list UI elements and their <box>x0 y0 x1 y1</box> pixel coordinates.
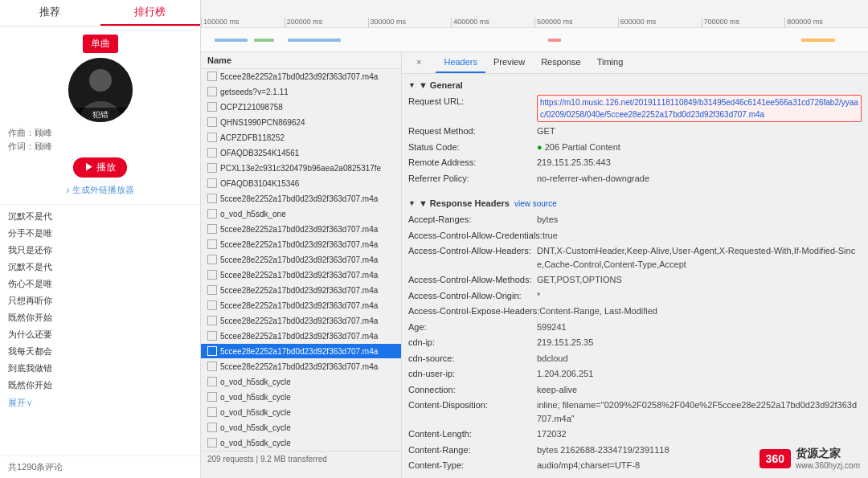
request-url-value[interactable]: https://m10.music.126.net/20191118110849… <box>537 95 862 122</box>
list-item[interactable]: 我只是还你 <box>0 242 200 259</box>
file-item[interactable]: OCPZ121098758 <box>201 100 401 115</box>
resp-header-row: Access-Control-Allow-Credentials: true <box>408 229 862 243</box>
file-item[interactable]: 5ccee28e2252a17bd0d23d92f363d707.m4a <box>201 191 401 206</box>
headers-content: ▼ General Request URL: https://m10.music… <box>402 74 868 478</box>
resp-header-key: Access-Control-Allow-Credentials: <box>408 229 542 243</box>
tab-headers[interactable]: Headers <box>436 52 485 73</box>
file-item[interactable]: QHNS1990PCN869624 <box>201 115 401 130</box>
file-item[interactable]: 5ccee28e2252a17bd0d23d92f363d707.m4a <box>201 237 401 252</box>
file-item[interactable]: o_vod_h5sdk_cycle <box>201 374 401 390</box>
status-row: Status Code: ● 206 Partial Content <box>408 141 862 154</box>
file-item[interactable]: 5ccee28e2252a17bd0d23d92f363d707.m4a <box>201 283 401 298</box>
file-item[interactable]: OFAQDB3254K14561 <box>201 145 401 161</box>
expand-button[interactable]: 展开∨ <box>0 394 200 412</box>
tab-response[interactable]: Response <box>533 52 589 73</box>
close-tab-button[interactable]: × <box>408 52 429 73</box>
list-item[interactable]: 沉默不是代 <box>0 259 200 276</box>
file-checkbox[interactable] <box>207 331 217 341</box>
file-checkbox[interactable] <box>207 377 217 386</box>
file-checkbox[interactable] <box>207 362 217 371</box>
comment-bar: 共1290条评论 <box>0 456 200 478</box>
file-checkbox[interactable] <box>207 102 217 112</box>
file-checkbox[interactable] <box>207 87 217 96</box>
file-checkbox[interactable] <box>207 300 217 310</box>
generate-link[interactable]: ♪ 生成外链播放器 <box>66 184 135 196</box>
file-item[interactable]: o_vod_h5sdk_cycle <box>201 435 401 451</box>
resp-header-key: Connection: <box>408 383 537 397</box>
tick-500k: 500000 ms <box>534 18 618 27</box>
resp-header-key: Access-Control-Allow-Origin: <box>408 289 537 303</box>
file-checkbox[interactable] <box>207 270 217 280</box>
file-item[interactable]: 5ccee28e2252a17bd0d23d92f363d707.m4a <box>201 359 401 374</box>
resp-header-value: 172032 <box>537 427 567 441</box>
file-item[interactable]: 5ccee28e2252a17bd0d23d92f363d707.m4a <box>201 252 401 268</box>
artist-section: 单曲 犯错 作曲：顾峰 作词：顾峰 ▶ 播放 ♪ 生成外链播放器 <box>0 27 200 205</box>
file-checkbox[interactable] <box>207 163 217 173</box>
resp-header-value: * <box>537 289 540 303</box>
file-checkbox[interactable] <box>207 255 217 264</box>
resp-header-row: Access-Control-Allow-Headers: DNT,X-Cust… <box>408 244 862 271</box>
file-item[interactable]: 5ccee28e2252a17bd0d23d92f363d707.m4a <box>201 268 401 283</box>
resp-header-value: bdcloud <box>537 352 568 366</box>
resp-header-key: Accept-Ranges: <box>408 213 537 227</box>
file-checkbox[interactable] <box>207 224 217 234</box>
list-item[interactable]: 分手不是唯 <box>0 225 200 242</box>
view-source-link[interactable]: view source <box>514 199 557 208</box>
resp-header-row: cdn-source: bdcloud <box>408 352 862 366</box>
play-button[interactable]: ▶ 播放 <box>73 157 127 178</box>
file-checkbox[interactable] <box>207 178 217 188</box>
file-checkbox[interactable] <box>207 117 217 127</box>
headers-panel: × Headers Preview Response Timing ▼ Gene… <box>402 52 868 478</box>
resp-header-key: Content-Range: <box>408 443 537 457</box>
file-checkbox[interactable] <box>207 133 217 142</box>
file-item[interactable]: 5ccee28e2252a17bd0d23d92f363d707.m4a <box>201 222 401 237</box>
file-checkbox[interactable] <box>207 209 217 219</box>
logo-text-block: 货源之家 www.360hyzj.com <box>796 447 860 470</box>
list-item[interactable]: 伤心不是唯 <box>0 276 200 292</box>
resp-header-key: Access-Control-Allow-Methods: <box>408 273 537 287</box>
file-item[interactable]: o_vod_h5sdk_cycle <box>201 420 401 435</box>
method-row: Request Method: GET <box>408 125 862 138</box>
list-item[interactable]: 沉默不是代 <box>0 208 200 225</box>
file-item[interactable]: 5ccee28e2252a17bd0d23d92f363d707.m4a <box>201 313 401 329</box>
file-item[interactable]: getseeds?v=2.1.11 <box>201 84 401 100</box>
response-headers-title: ▼ Response Headers <box>408 198 510 208</box>
artist-name-overlay: 犯错 <box>68 108 133 122</box>
file-item[interactable]: 5ccee28e2252a17bd0d23d92f363d707.m4a <box>201 69 401 84</box>
file-item[interactable]: OFAQDB3104K15346 <box>201 176 401 191</box>
resp-header-row: cdn-ip: 219.151.25.35 <box>408 336 862 349</box>
list-item[interactable]: 只想再听你 <box>0 292 200 309</box>
resp-header-row: Access-Control-Expose-Headers: Content-R… <box>408 304 862 318</box>
list-item[interactable]: 我每天都会 <box>0 343 200 360</box>
file-item[interactable]: ACPZDFB118252 <box>201 130 401 145</box>
tab-preview[interactable]: Preview <box>485 52 533 73</box>
song-type-button[interactable]: 单曲 <box>83 35 118 53</box>
file-item[interactable]: 5ccee28e2252a17bd0d23d92f363d707.m4a <box>201 298 401 313</box>
tab-ranking[interactable]: 排行榜 <box>100 0 201 26</box>
file-item[interactable]: o_vod_h5sdk_cycle <box>201 390 401 405</box>
tab-recommend[interactable]: 推荐 <box>0 0 100 26</box>
file-checkbox[interactable] <box>207 285 217 295</box>
file-checkbox[interactable] <box>207 239 217 249</box>
file-checkbox[interactable] <box>207 194 217 203</box>
file-item[interactable]: 5ccee28e2252a17bd0d23d92f363d707.m4a <box>201 329 401 344</box>
file-checkbox[interactable] <box>207 148 217 157</box>
file-checkbox[interactable] <box>207 392 217 402</box>
file-checkbox[interactable] <box>207 423 217 432</box>
file-item[interactable]: PCXL13e2c931c320479b96aea2a0825317fe <box>201 161 401 176</box>
resp-header-key: Content-Length: <box>408 427 537 441</box>
remote-value: 219.151.25.35:443 <box>537 156 611 170</box>
list-item[interactable]: 既然你开始 <box>0 309 200 326</box>
file-checkbox[interactable] <box>207 438 217 447</box>
file-checkbox[interactable] <box>207 346 217 356</box>
file-item-selected[interactable]: 5ccee28e2252a17bd0d23d92f363d707.m4a <box>201 344 401 359</box>
list-item[interactable]: 既然你开始 <box>0 377 200 394</box>
file-item[interactable]: o_vod_h5sdk_one <box>201 206 401 222</box>
list-item[interactable]: 到底我做错 <box>0 360 200 377</box>
tab-timing[interactable]: Timing <box>589 52 632 73</box>
file-item[interactable]: o_vod_h5sdk_cycle <box>201 405 401 420</box>
list-item[interactable]: 为什么还要 <box>0 326 200 343</box>
file-checkbox[interactable] <box>207 407 217 417</box>
file-checkbox[interactable] <box>207 71 217 81</box>
file-checkbox[interactable] <box>207 316 217 325</box>
